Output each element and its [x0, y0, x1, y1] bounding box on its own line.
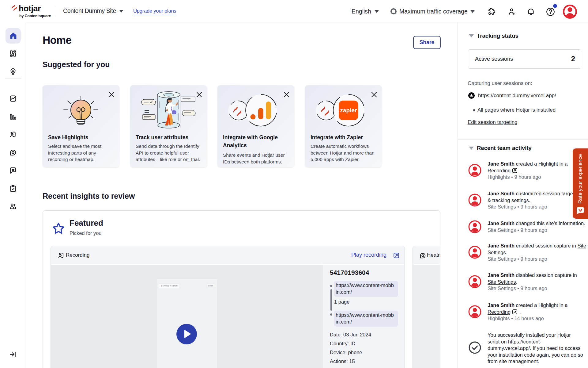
svg-text:zapier: zapier — [340, 107, 357, 113]
